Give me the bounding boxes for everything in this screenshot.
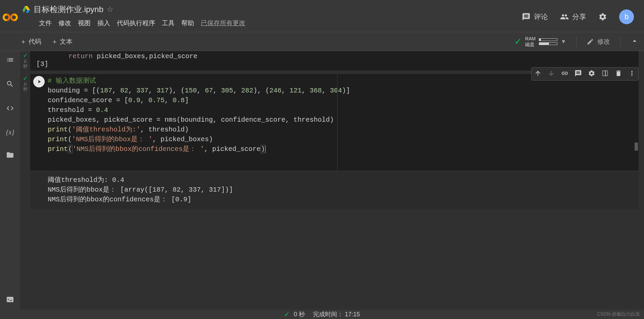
column-ruler [337,74,337,171]
drive-icon [22,5,30,13]
variables-icon[interactable]: {x} [6,128,14,136]
left-sidebar: {x} [0,51,20,310]
code-editor[interactable]: # 输入数据测试 bounding = [(187, 82, 337, 317)… [48,74,634,171]
menu-runtime[interactable]: 代码执行程序 [117,19,155,28]
editor-scrollbar[interactable] [634,74,639,171]
code-snippets-icon[interactable] [6,104,14,114]
menu-tools[interactable]: 工具 [162,19,175,28]
comment-icon[interactable] [574,70,582,78]
cell-toolbar [531,67,639,81]
disk-bar [539,42,557,45]
check-icon: ✓ [514,36,522,47]
toc-icon[interactable] [6,56,14,65]
plus-icon: ＋ [51,37,58,46]
saved-status[interactable]: 已保存所有更改 [201,19,245,28]
title-row: 目标检测作业.ipynb ☆ [20,1,522,17]
ram-bar [539,38,557,41]
gear-icon[interactable] [588,70,595,78]
menu-edit[interactable]: 修改 [58,19,71,28]
more-icon[interactable] [628,70,636,78]
disk-label: 磁盘 [525,42,536,47]
star-icon[interactable]: ☆ [107,5,113,14]
run-button[interactable] [33,76,45,87]
chevron-down-icon[interactable]: ▼ [561,39,566,45]
divider [576,36,577,47]
mirror-icon[interactable] [601,70,609,78]
output-line: NMS后得到的bbox的confidences是： [0.9] [48,195,639,204]
notebook-title[interactable]: 目标检测作业.ipynb [34,4,103,15]
divider [620,36,620,47]
menu-bar: 文件 修改 视图 插入 代码执行程序 工具 帮助 已保存所有更改 [20,17,522,32]
edit-button[interactable]: 修改 [587,37,610,46]
output-line: 阈值threshold为: 0.4 [48,175,639,185]
status-completion: 完成时间： 17:15 [313,310,360,318]
check-icon: ✓ [23,75,28,82]
link-icon[interactable] [561,70,568,78]
add-code-button[interactable]: ＋代码 [20,37,41,46]
user-avatar[interactable]: b [619,9,634,24]
status-exec-time: 0 秒 [294,310,305,318]
files-icon[interactable] [6,151,14,160]
menu-file[interactable]: 文件 [39,19,52,28]
comment-label: 评论 [534,12,548,22]
app-header: 目标检测作业.ipynb ☆ 文件 修改 视图 插入 代码执行程序 工具 帮助 … [0,0,644,32]
header-actions: 评论 分享 b [522,0,644,32]
delete-icon[interactable] [615,70,622,78]
active-cell: ✓ 0秒 [20,74,644,209]
watermark: CSDN @最白の白菜 [597,311,640,317]
menu-view[interactable]: 视图 [78,19,91,28]
move-down-icon[interactable] [548,70,555,78]
add-text-button[interactable]: ＋文本 [51,37,73,46]
collapse-button[interactable] [631,37,639,46]
status-bar: ✓ 0 秒 完成时间： 17:15 CSDN @最白の白菜 [0,310,644,319]
ram-label: RAM [525,36,536,42]
search-icon[interactable] [6,80,14,89]
share-label: 分享 [572,12,586,22]
output-label: [3] [36,60,635,68]
cell-output: 阈值threshold为: 0.4 NMS后得到的bbox是： [array([… [30,171,639,209]
terminal-icon[interactable] [6,295,14,305]
menu-help[interactable]: 帮助 [181,19,194,28]
resource-status[interactable]: ✓ RAM 磁盘 ▼ [514,36,566,47]
notebook-area[interactable]: ✓ 0秒 return picked_boxes,picked_score [3… [20,51,644,310]
toolbar: ＋代码 ＋文本 ✓ RAM 磁盘 ▼ 修改 [0,32,644,51]
plus-icon: ＋ [20,37,27,46]
share-button[interactable]: 分享 [560,12,586,22]
check-icon: ✓ [284,310,290,318]
menu-insert[interactable]: 插入 [97,19,110,28]
colab-logo[interactable] [0,0,20,32]
check-icon: ✓ [23,52,28,59]
move-up-icon[interactable] [534,70,542,78]
resource-bars [539,38,557,45]
output-line: NMS后得到的bbox是： [array([187, 82, 337, 317]… [48,185,639,195]
settings-button[interactable] [598,12,607,21]
comment-button[interactable]: 评论 [522,12,548,22]
